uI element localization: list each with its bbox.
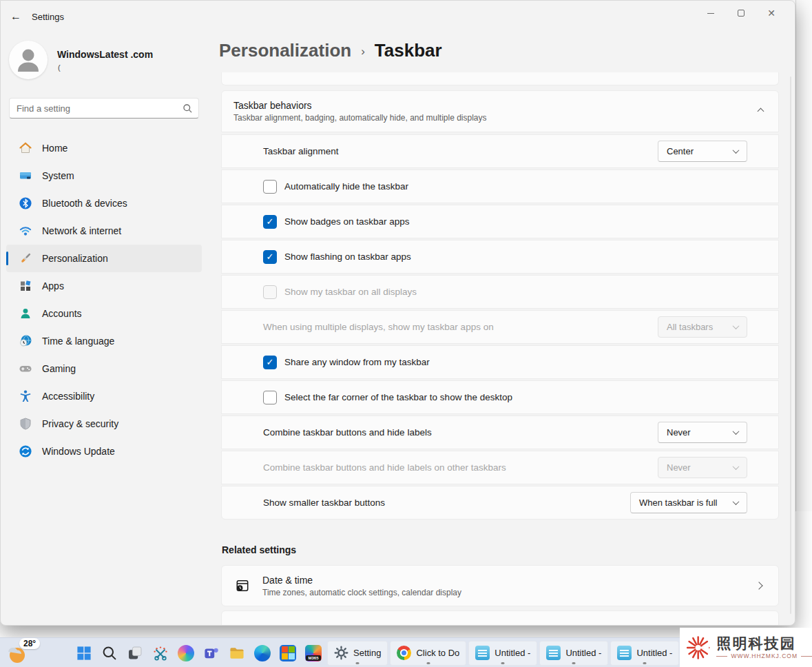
setting-label: Combine taskbar buttons and hide labels [263,427,432,438]
notepad-icon [475,646,490,660]
clipped-card-above [221,72,779,85]
start-button[interactable] [72,641,96,666]
setting-label: Share any window from my taskbar [284,357,430,367]
maximize-icon [738,10,745,17]
sidebar-item-label: System [42,170,74,181]
row-show-flashing: ✓ Show flashing on taskbar apps [221,240,779,274]
taskbar-search-button[interactable] [98,641,121,666]
edge-button[interactable] [251,641,274,666]
running-indicator [572,662,576,664]
smaller-buttons-dropdown[interactable]: When taskbar is full [630,492,747,513]
breadcrumb-separator-icon: › [361,45,365,59]
maximize-button[interactable] [726,3,756,23]
sidebar-item-accounts[interactable]: Accounts [6,300,202,327]
teams-button[interactable] [200,641,223,666]
window-title: Settings [32,12,64,22]
settings-taskbar-button[interactable]: Setting [327,641,388,666]
check-icon: ✓ [267,252,274,261]
link-subtitle: Time zones, automatic clock settings, ca… [262,588,461,597]
show-badges-checkbox[interactable]: ✓ [263,215,277,229]
combine-other-dropdown: Never [658,457,747,478]
chevron-down-icon [733,147,740,154]
sidebar-item-home[interactable]: Home [6,134,202,162]
avatar[interactable] [9,41,48,79]
dropdown-value: All taskbars [667,322,713,332]
task-view-button[interactable] [123,641,147,666]
sidebar-item-network-internet[interactable]: Network & internet [6,217,202,245]
row-taskbar-alignment: Taskbar alignment Center [221,134,779,168]
sidebar-item-accessibility[interactable]: Accessibility [6,382,202,410]
sidebar-item-time-language[interactable]: Time & language [6,327,202,355]
row-combine-other-taskbars: Combine taskbar buttons and hide labels … [221,451,779,484]
m365-button[interactable]: M365 [302,641,325,666]
dropdown-value: Never [667,462,691,473]
multiple-displays-dropdown: All taskbars [658,316,747,338]
sidebar-item-bluetooth-devices[interactable]: Bluetooth & devices [6,189,202,217]
taskbar-behaviors-expander[interactable]: Taskbar behaviors Taskbar alignment, bad… [221,90,779,132]
windows-logo-icon [76,645,92,661]
setting-label: Select the far corner of the taskbar to … [284,392,512,402]
date-time-card[interactable]: Date & time Time zones, automatic clock … [221,565,779,606]
sidebar-item-label: Network & internet [42,225,121,236]
weather-widget[interactable]: 28° [6,638,48,666]
sidebar-item-privacy-security[interactable]: Privacy & security [6,410,202,438]
chevron-down-icon [733,322,740,329]
date-time-icon [235,578,250,593]
row-multiple-displays-apps: When using multiple displays, show my ta… [221,310,779,344]
sidebar-item-windows-update[interactable]: Windows Update [6,438,202,465]
sidebar-item-system[interactable]: System [6,162,202,189]
related-settings-heading: Related settings [222,544,779,555]
starburst-logo-icon [685,632,711,664]
running-indicator [356,662,360,664]
snipping-tool-icon [152,645,169,661]
far-corner-checkbox[interactable] [263,391,277,404]
scrollbar[interactable] [790,76,791,614]
sidebar-item-apps[interactable]: Apps [6,272,202,300]
sidebar-item-label: Personalization [42,253,108,264]
notepad-taskbar-button-3[interactable]: Untitled - [610,641,679,666]
store-button[interactable] [276,641,300,666]
search-input[interactable] [17,103,183,114]
taskbar-alignment-dropdown[interactable]: Center [658,141,747,162]
sidebar-nav: Home System Bluetooth & devices Networ [3,134,205,465]
notepad-taskbar-button-2[interactable]: Untitled - [539,641,608,666]
teams-icon [203,645,220,661]
watermark-text: 照明科技园 WWW.HHZMKJ.COM [716,635,812,659]
chevron-down-icon [733,498,740,505]
chrome-taskbar-button[interactable]: Click to Do [390,641,466,666]
wifi-icon [19,224,32,238]
update-icon [19,444,32,458]
system-icon [19,169,32,183]
show-flashing-checkbox[interactable]: ✓ [263,250,277,264]
accounts-icon [19,307,32,320]
date-time-text: Date & time Time zones, automatic clock … [262,575,461,597]
auto-hide-checkbox[interactable] [263,180,277,194]
notifications-card[interactable]: Notifications [221,610,779,626]
chevron-right-icon [755,582,762,589]
breadcrumb: Personalization › Taskbar [219,40,442,61]
close-button[interactable]: ✕ [756,3,787,23]
gear-icon [334,646,348,660]
sidebar-item-gaming[interactable]: Gaming [6,355,202,382]
edge-icon [254,645,271,661]
share-window-checkbox[interactable]: ✓ [263,356,277,369]
breadcrumb-parent[interactable]: Personalization [219,40,351,61]
user-name: WindowsLatest .com [57,49,153,60]
gaming-icon [19,362,32,376]
check-icon: ✓ [267,358,274,367]
copilot-button[interactable] [174,641,198,666]
sidebar-item-personalization[interactable]: Personalization [6,245,202,272]
back-button[interactable]: ← [6,8,25,25]
taskbar-apps: M365 Setting Click to Do Untitled - [72,638,775,667]
accessibility-icon [19,389,32,403]
sidebar-item-label: Home [42,143,67,154]
notepad-taskbar-button-1[interactable]: Untitled - [468,641,537,666]
watermark-title: 照明科技园 [716,635,812,651]
search-box[interactable] [9,98,199,119]
file-explorer-button[interactable] [225,641,249,666]
file-explorer-icon [229,645,245,661]
minimize-button[interactable] [696,3,726,23]
combine-buttons-dropdown[interactable]: Never [658,422,747,443]
page-title: Taskbar [375,40,442,61]
snipping-tool-button[interactable] [149,641,172,666]
